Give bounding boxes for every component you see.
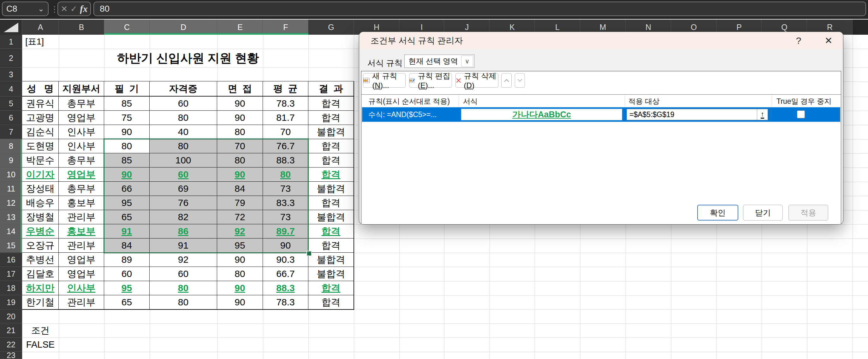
cell[interactable]: 75 <box>104 111 150 125</box>
cell[interactable]: 80 <box>217 267 263 281</box>
cell[interactable]: 인사부 <box>59 281 104 295</box>
column-header-C[interactable]: C <box>104 20 150 35</box>
chevron-down-icon[interactable]: ⌄ <box>38 4 44 13</box>
cell[interactable]: 영업부 <box>59 111 104 125</box>
column-header-B[interactable]: B <box>59 20 104 35</box>
cell[interactable]: 88.3 <box>263 281 308 295</box>
cell[interactable]: 인사부 <box>59 125 104 139</box>
edit-rule-button[interactable]: 규칙 편집(E)... <box>409 73 452 88</box>
cell[interactable]: 관리부 <box>59 295 104 309</box>
table-header-cell[interactable]: 결 과 <box>308 81 354 97</box>
row-header-3[interactable]: 3 <box>0 67 22 81</box>
cell[interactable]: 65 <box>104 295 150 309</box>
column-header-D[interactable]: D <box>150 20 217 35</box>
cell[interactable]: 김달호 <box>22 267 59 281</box>
row-header-19[interactable]: 19 <box>0 295 22 309</box>
table-header-cell[interactable]: 자격증 <box>150 81 217 97</box>
cell[interactable]: 70 <box>263 125 308 139</box>
cell[interactable]: 영업부 <box>59 167 104 182</box>
cell[interactable]: 추병선 <box>22 253 59 267</box>
row-header-7[interactable]: 7 <box>0 125 22 139</box>
cell[interactable]: 40 <box>150 125 217 139</box>
cell[interactable]: 배승우 <box>22 196 59 210</box>
column-header-F[interactable]: F <box>263 20 308 35</box>
row-header-8[interactable]: 8 <box>0 139 22 153</box>
cell[interactable]: 장병철 <box>22 210 59 224</box>
show-rules-combobox[interactable]: 현재 선택 영역 ∨ <box>404 55 474 68</box>
fx-icon[interactable]: fx <box>80 4 87 14</box>
row-header-12[interactable]: 12 <box>0 196 22 210</box>
cell[interactable]: 불합격 <box>308 182 354 196</box>
dialog-titlebar[interactable]: 조건부 서식 규칙 관리자 <box>359 32 843 49</box>
help-button[interactable]: ? <box>787 32 810 49</box>
cell[interactable]: 고광명 <box>22 111 59 125</box>
row-header-13[interactable]: 13 <box>0 210 22 224</box>
row-header-11[interactable]: 11 <box>0 182 22 196</box>
cell[interactable]: 한기철 <box>22 295 59 309</box>
cell[interactable]: 하지만 <box>22 281 59 295</box>
cell[interactable]: 오장규 <box>22 238 59 253</box>
cancel-icon[interactable]: ✕ <box>61 4 68 14</box>
cell[interactable]: 불합격 <box>308 125 354 139</box>
row-header-6[interactable]: 6 <box>0 111 22 125</box>
cell[interactable]: 관리부 <box>59 238 104 253</box>
cell[interactable]: 김순식 <box>22 125 59 139</box>
cell[interactable]: 66.7 <box>263 267 308 281</box>
cell[interactable]: 합격 <box>308 281 354 295</box>
cell[interactable]: 합격 <box>308 111 354 125</box>
formula-input[interactable]: 80 <box>93 2 866 16</box>
cell[interactable]: 81.7 <box>263 111 308 125</box>
row-header-16[interactable]: 16 <box>0 253 22 267</box>
row-header-1[interactable]: 1 <box>0 35 22 48</box>
selection-fill-handle[interactable] <box>307 251 312 256</box>
enter-icon[interactable]: ✓ <box>70 4 77 14</box>
cell[interactable]: 인사부 <box>59 139 104 153</box>
stop-if-true-checkbox[interactable] <box>797 110 805 118</box>
close-button[interactable]: 닫기 <box>743 205 783 221</box>
cell[interactable]: 합격 <box>308 153 354 167</box>
cell[interactable]: 총무부 <box>59 182 104 196</box>
rule-applies-to-input[interactable]: =$A$5:$G$19 ↑ <box>626 109 768 120</box>
cell[interactable]: 권유식 <box>22 97 59 111</box>
row-header-20[interactable]: 20 <box>0 309 22 323</box>
apply-button[interactable]: 적용 <box>788 205 828 221</box>
row-header-9[interactable]: 9 <box>0 153 22 167</box>
cell[interactable]: 홍보부 <box>59 196 104 210</box>
select-all-button[interactable] <box>0 20 22 35</box>
cell[interactable]: 총무부 <box>59 153 104 167</box>
table-header-cell[interactable]: 면 접 <box>217 81 263 97</box>
table-header-cell[interactable]: 성 명 <box>22 81 59 97</box>
row-header-5[interactable]: 5 <box>0 97 22 111</box>
move-rule-down-button[interactable] <box>515 73 525 88</box>
range-picker-button[interactable]: ↑ <box>757 109 768 120</box>
cell[interactable]: 92 <box>150 253 217 267</box>
cell[interactable]: 이기자 <box>22 167 59 182</box>
delete-rule-button[interactable]: 규칙 삭제(D) <box>456 73 498 88</box>
row-header-15[interactable]: 15 <box>0 238 22 253</box>
cell[interactable]: 80 <box>150 295 217 309</box>
cell[interactable]: 합격 <box>308 224 354 238</box>
cell[interactable]: 95 <box>104 281 150 295</box>
cell[interactable]: 90 <box>104 125 150 139</box>
row-header-17[interactable]: 17 <box>0 267 22 281</box>
row-header-18[interactable]: 18 <box>0 281 22 295</box>
cell[interactable]: 80 <box>150 281 217 295</box>
cell[interactable]: 78.3 <box>263 97 308 111</box>
row-header-2[interactable]: 2 <box>0 48 22 67</box>
cell[interactable]: 90 <box>217 253 263 267</box>
cell[interactable]: 합격 <box>308 167 354 182</box>
cell[interactable]: 불합격 <box>308 210 354 224</box>
cell[interactable]: 영업부 <box>59 267 104 281</box>
close-icon[interactable]: ✕ <box>817 32 840 49</box>
cell[interactable]: 홍보부 <box>59 224 104 238</box>
cell[interactable]: 90 <box>217 97 263 111</box>
column-header-E[interactable]: E <box>217 20 263 35</box>
new-rule-button[interactable]: 새 규칙(N)... <box>363 73 406 88</box>
cell[interactable]: 불합격 <box>308 253 354 267</box>
cell[interactable]: 89 <box>104 253 150 267</box>
row-header-10[interactable]: 10 <box>0 167 22 182</box>
name-box[interactable]: C8 ⌄ <box>2 2 49 16</box>
cell[interactable]: 장성태 <box>22 182 59 196</box>
cell[interactable]: 우병순 <box>22 224 59 238</box>
combobox-chevron-icon[interactable]: ∨ <box>461 56 473 67</box>
